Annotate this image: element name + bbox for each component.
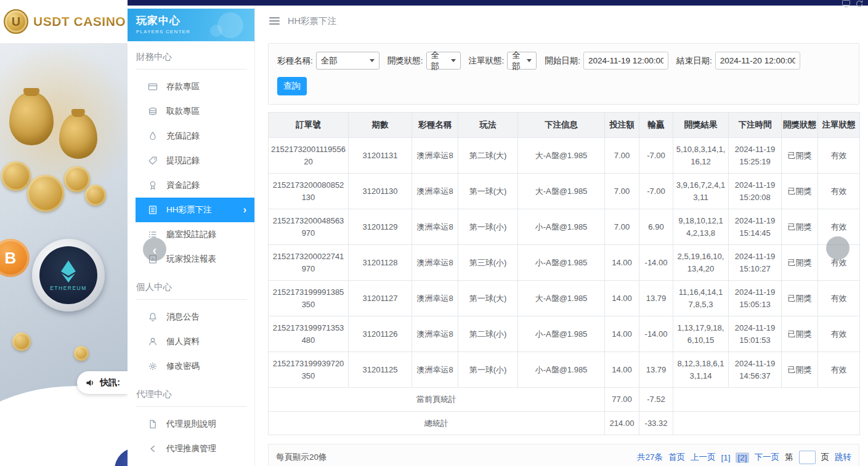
cell-bet-amount: 14.00 — [605, 316, 639, 352]
summary-empty — [673, 388, 860, 412]
jump-suffix-text: 页 — [821, 452, 830, 463]
sidebar-item-label: 玩家投注報表 — [166, 254, 216, 265]
table-row: 2152173200111955620 31201131 澳洲幸运8 第二球(大… — [269, 138, 860, 174]
sidebar-item-profile[interactable]: 個人資料 — [128, 329, 254, 354]
summary-label: 當前頁統計 — [269, 388, 605, 412]
cell-win-loss: -14.00 — [639, 245, 673, 281]
filter-order-status-label: 注單狀態: — [469, 55, 505, 66]
sidebar-item-label: 存款專區 — [166, 81, 200, 92]
start-date-label: 開始日期: — [545, 55, 580, 66]
page-1-link[interactable]: [1] — [721, 453, 730, 462]
sidebar-item-hh-lottery-bets[interactable]: HH彩票下注 › — [136, 198, 254, 222]
bank-card-icon — [148, 82, 158, 92]
cell-bet-info: 小-A盤@1.985 — [518, 209, 605, 245]
cell-draw-status: 已開獎 — [782, 174, 818, 209]
main-header: HH彩票下注 — [255, 6, 868, 36]
cell-period: 31201130 — [349, 174, 412, 209]
sidebar-item-deposit[interactable]: 存款專區 — [128, 74, 254, 99]
end-date-input[interactable] — [715, 52, 800, 70]
table-row: 2152173200022741970 31201128 澳洲幸运8 第三球(小… — [269, 245, 860, 281]
order-status-select-value: 全部 — [512, 50, 522, 72]
summary-win-loss: -33.32 — [639, 411, 673, 435]
draw-status-select[interactable]: 全部 — [426, 52, 461, 70]
cell-draw-status: 已開獎 — [782, 245, 818, 281]
sidebar-item-withdraw-records[interactable]: 提現記錄 — [128, 148, 254, 173]
summary-empty — [673, 411, 860, 435]
chevron-left-icon: ‹ — [153, 243, 157, 256]
sidebar-item-fund-records[interactable]: 資金記錄 — [128, 173, 254, 198]
total-count-text: 共27条 — [637, 452, 663, 463]
coins-icon — [148, 106, 158, 116]
monitor-icon[interactable] — [842, 0, 850, 7]
cell-win-loss: 13.79 — [639, 352, 673, 388]
first-page-link[interactable]: 首页 — [668, 452, 685, 463]
cell-period: 31201129 — [349, 209, 412, 245]
cell-bet-time: 2024-11-19 15:25:19 — [729, 138, 782, 174]
order-status-select[interactable]: 全部 — [507, 52, 537, 70]
bitcoin-icon: B — [0, 239, 30, 277]
brand-coin-letter: U — [12, 15, 20, 29]
col-bet-time: 下注時間 — [729, 113, 782, 138]
sidebar-item-agent-rules[interactable]: 代理規則說明 — [128, 412, 254, 436]
gold-coin-icon — [12, 332, 31, 351]
gold-coin-icon — [64, 166, 90, 192]
sidebar-item-recharge-records[interactable]: 充值記錄 — [128, 124, 254, 148]
cell-period: 31201131 — [349, 138, 412, 174]
col-period: 期數 — [349, 113, 412, 138]
col-bet-info: 下注信息 — [518, 113, 605, 138]
sidebar-item-change-password[interactable]: 修改密碼 — [128, 354, 254, 379]
records-table-wrap: 訂單號 期數 彩種名稱 玩法 下注信息 投注額 輸贏 開獎結果 下注時間 開獎狀… — [268, 112, 859, 435]
cell-draw-result: 11,16,4,14,17,8,5,3 — [673, 281, 729, 316]
cell-order-no: 2152173200111955620 — [269, 138, 349, 174]
list-icon — [148, 205, 158, 215]
page-2-current[interactable]: [2] — [736, 452, 748, 463]
summary-win-loss: -7.52 — [639, 388, 673, 412]
brand-name: USDT CASINO — [33, 14, 126, 29]
search-button[interactable]: 查詢 — [277, 77, 307, 95]
page: U USDT CASINO B ETHEREUM — [0, 0, 868, 466]
cell-bet-amount: 14.00 — [605, 245, 639, 281]
sidebar-item-announcements[interactable]: 消息公告 — [128, 305, 254, 329]
background-site-area: U USDT CASINO B ETHEREUM — [0, 0, 128, 466]
sidebar-section-personal: 個人中心 — [136, 281, 247, 300]
cell-play-type: 第二球(大) — [458, 138, 518, 174]
summary-label: 總統計 — [269, 411, 605, 435]
brand-coin-icon: U — [4, 9, 28, 34]
sidebar-item-label: 代理規則說明 — [166, 419, 216, 430]
money-bag-icon — [59, 113, 97, 159]
cell-draw-result: 3,9,16,7,2,4,13,11 — [673, 174, 729, 209]
jump-go-link[interactable]: 跳转 — [835, 452, 851, 463]
drop-icon — [148, 131, 158, 141]
brand-logo[interactable]: U USDT CASINO — [0, 0, 128, 43]
start-date-input[interactable] — [583, 52, 668, 70]
col-draw-result: 開獎結果 — [673, 113, 729, 138]
sidebar-item-agent-promotion[interactable]: 代理推廣管理 — [128, 436, 254, 461]
cell-order-no: 2152173199971353480 — [269, 316, 349, 352]
cell-order-status: 有效 — [818, 174, 860, 209]
filter-draw-status-label: 開獎狀態: — [387, 55, 423, 66]
summary-bet-total: 77.00 — [605, 388, 639, 412]
next-page-link[interactable]: 下一页 — [755, 452, 780, 463]
refresh-icon[interactable] — [856, 0, 863, 7]
ethereum-medal: ETHEREUM — [32, 239, 105, 311]
col-order-no: 訂單號 — [269, 113, 349, 138]
collapse-sidebar-button[interactable]: ‹ — [143, 238, 166, 261]
cell-lottery-name: 澳洲幸运8 — [412, 281, 458, 316]
menu-toggle-icon[interactable] — [269, 17, 280, 25]
sidebar-section-finance: 財務中心 — [136, 51, 247, 70]
table-row: 2152173200048563970 31201129 澳洲幸运8 第一球(小… — [269, 209, 860, 245]
cell-order-no: 2152173199939720350 — [269, 352, 349, 388]
speaker-icon — [85, 378, 95, 388]
filter-draw-status: 開獎狀態: 全部 — [387, 52, 461, 70]
sidebar-title: 玩家中心 — [136, 14, 254, 28]
lottery-select[interactable]: 全部 — [316, 52, 379, 70]
cell-draw-result: 8,12,3,18,6,13,1,14 — [673, 352, 729, 388]
sidebar-item-label: 代理推廣管理 — [166, 443, 216, 454]
sidebar-item-label: 充值記錄 — [166, 131, 200, 142]
jump-page-input[interactable] — [799, 451, 816, 464]
cell-order-no: 2152173200080852130 — [269, 174, 349, 209]
filter-panel: 彩種名稱: 全部 開獎狀態: 全部 注單狀態: 全部 — [268, 43, 859, 105]
prev-page-link[interactable]: 上一页 — [691, 452, 716, 463]
sidebar-item-withdraw[interactable]: 取款專區 — [128, 99, 254, 124]
gold-coin-icon — [1, 161, 31, 191]
